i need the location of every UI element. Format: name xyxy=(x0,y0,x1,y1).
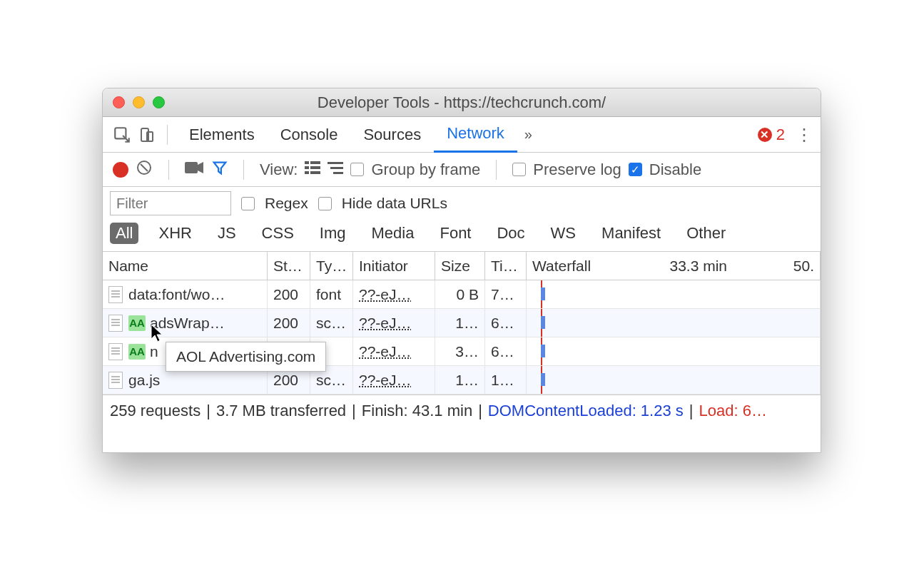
tab-elements[interactable]: Elements xyxy=(176,117,268,153)
file-icon xyxy=(108,372,123,389)
cell-size: 1… xyxy=(435,309,485,337)
file-icon xyxy=(108,315,123,332)
status-load: Load: 6… xyxy=(699,402,767,420)
status-bar: 259 requests | 3.7 MB transferred | Fini… xyxy=(103,395,821,426)
inspect-element-icon[interactable] xyxy=(110,123,134,147)
col-status[interactable]: St… xyxy=(268,252,310,280)
svg-rect-6 xyxy=(310,161,320,164)
filter-other[interactable]: Other xyxy=(681,223,731,244)
cell-size: 1… xyxy=(435,366,485,394)
error-count[interactable]: ✕ 2 xyxy=(758,126,785,144)
waterfall-right: 50. xyxy=(793,258,814,275)
table-row[interactable]: AAadsWrap… 200 sc… ??-eJ… 1… 6… xyxy=(103,309,821,337)
filter-js[interactable]: JS xyxy=(212,223,242,244)
status-domcontentloaded: DOMContentLoaded: 1.23 s xyxy=(488,402,684,420)
col-type[interactable]: Ty… xyxy=(310,252,353,280)
zoom-window-button[interactable] xyxy=(153,96,165,108)
preserve-log-checkbox[interactable] xyxy=(512,163,526,176)
tab-network[interactable]: Network xyxy=(434,117,517,153)
filter-toggle-icon[interactable] xyxy=(212,160,228,180)
devtools-tabbar: Elements Console Sources Network » ✕ 2 ⋮ xyxy=(103,117,821,153)
table-row[interactable]: data:font/wo… 200 font ??-eJ… 0 B 7… xyxy=(103,280,821,309)
disable-cache-label: Disable xyxy=(649,161,701,179)
cell-name: adsWrap… xyxy=(150,315,225,332)
device-toolbar-icon[interactable] xyxy=(134,123,158,147)
preserve-log-label: Preserve log xyxy=(533,161,621,179)
filter-input[interactable] xyxy=(110,191,231,215)
col-waterfall[interactable]: Waterfall 33.3 min 50. xyxy=(527,252,821,280)
network-toolbar: View: Group by frame Preserve log Disabl… xyxy=(103,153,821,187)
hide-data-urls-checkbox[interactable] xyxy=(318,197,332,210)
cell-time: 6… xyxy=(485,309,527,337)
cell-status: 200 xyxy=(268,309,310,337)
record-button[interactable] xyxy=(113,162,128,178)
separator xyxy=(167,125,168,145)
tab-sources[interactable]: Sources xyxy=(350,117,434,153)
disable-cache-checkbox[interactable] xyxy=(629,163,642,176)
col-time[interactable]: Ti… xyxy=(485,252,527,280)
cell-time: 7… xyxy=(485,280,527,308)
filter-doc[interactable]: Doc xyxy=(491,223,530,244)
tracker-tooltip: AOL Advertising.com xyxy=(166,342,326,372)
regex-checkbox[interactable] xyxy=(241,197,255,210)
status-requests: 259 requests xyxy=(110,402,200,420)
waterfall-label: Waterfall xyxy=(532,258,591,275)
view-label: View: xyxy=(260,161,298,179)
cell-time: 6… xyxy=(485,337,527,365)
col-size[interactable]: Size xyxy=(435,252,485,280)
svg-rect-13 xyxy=(333,172,343,174)
filter-css[interactable]: CSS xyxy=(256,223,300,244)
status-transferred: 3.7 MB transferred xyxy=(216,402,346,420)
large-rows-icon[interactable] xyxy=(305,160,320,180)
filter-img[interactable]: Img xyxy=(314,223,352,244)
waterfall-tick: 33.3 min xyxy=(669,258,727,275)
svg-rect-5 xyxy=(305,161,309,164)
svg-rect-11 xyxy=(328,162,343,164)
cell-size: 3… xyxy=(435,337,485,365)
cell-name: ga.js xyxy=(128,372,160,389)
filter-bar: Regex Hide data URLs xyxy=(103,187,821,220)
clear-button[interactable] xyxy=(136,159,153,180)
svg-rect-10 xyxy=(310,171,320,174)
window-title: Developer Tools - https://techcrunch.com… xyxy=(103,93,821,112)
file-icon xyxy=(108,343,123,360)
svg-rect-4 xyxy=(185,162,198,173)
window-controls xyxy=(103,96,165,108)
screenshot-icon[interactable] xyxy=(185,161,205,179)
separator xyxy=(243,160,244,180)
cell-initiator[interactable]: ??-eJ… xyxy=(359,343,412,360)
cell-initiator[interactable]: ??-eJ… xyxy=(359,286,412,303)
hide-data-urls-label: Hide data URLs xyxy=(342,195,447,212)
more-tabs-icon[interactable]: » xyxy=(517,126,539,143)
cell-name: data:font/wo… xyxy=(128,286,225,303)
error-count-label: 2 xyxy=(776,126,785,144)
separator xyxy=(496,160,497,180)
cell-time: 1… xyxy=(485,366,527,394)
cell-initiator[interactable]: ??-eJ… xyxy=(359,315,412,332)
file-icon xyxy=(108,286,123,303)
tab-console[interactable]: Console xyxy=(268,117,351,153)
cell-type: font xyxy=(310,280,353,308)
status-finish: Finish: 43.1 min xyxy=(362,402,472,420)
waterfall-view-icon[interactable] xyxy=(328,160,343,180)
settings-menu-icon[interactable]: ⋮ xyxy=(792,125,816,145)
filter-manifest[interactable]: Manifest xyxy=(596,223,666,244)
svg-rect-9 xyxy=(305,171,309,174)
cell-status: 200 xyxy=(268,280,310,308)
filter-all[interactable]: All xyxy=(110,223,138,244)
group-by-frame-checkbox[interactable] xyxy=(350,163,364,176)
filter-xhr[interactable]: XHR xyxy=(153,223,197,244)
titlebar: Developer Tools - https://techcrunch.com… xyxy=(103,88,821,117)
cell-initiator[interactable]: ??-eJ… xyxy=(359,372,412,389)
devtools-window: Developer Tools - https://techcrunch.com… xyxy=(102,88,821,453)
close-window-button[interactable] xyxy=(113,96,125,108)
filter-media[interactable]: Media xyxy=(366,223,420,244)
cell-type: sc… xyxy=(310,309,353,337)
minimize-window-button[interactable] xyxy=(133,96,145,108)
table-header: Name St… Ty… Initiator Size Ti… Waterfal… xyxy=(103,252,821,280)
filter-ws[interactable]: WS xyxy=(545,223,582,244)
col-name[interactable]: Name xyxy=(103,252,268,280)
filter-font[interactable]: Font xyxy=(434,223,477,244)
separator xyxy=(168,160,169,180)
col-initiator[interactable]: Initiator xyxy=(353,252,435,280)
